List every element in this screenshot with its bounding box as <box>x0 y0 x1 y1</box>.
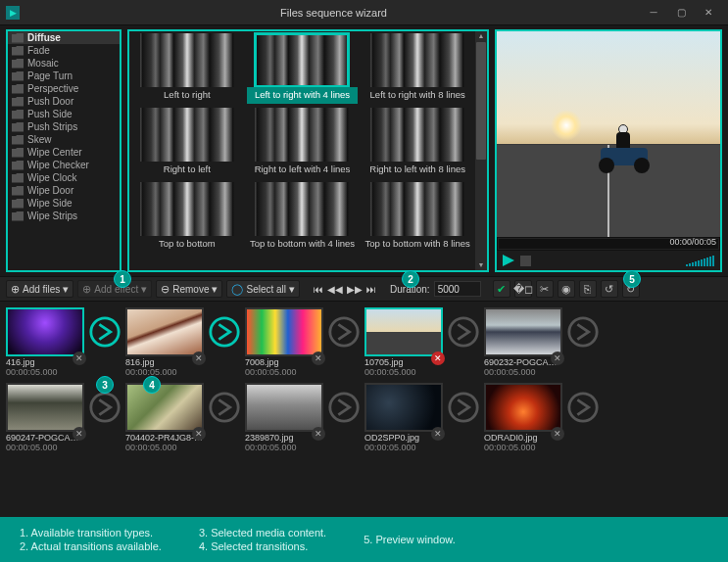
titlebar: ▶ Files sequence wizard ─ ▢ ✕ <box>0 0 728 25</box>
folder-icon <box>12 97 24 107</box>
transition-cell[interactable]: Top to bottom <box>131 182 243 253</box>
transition-arrow[interactable] <box>208 307 241 356</box>
crop-icon[interactable]: �◻ <box>514 280 532 298</box>
transition-type-item[interactable]: Wipe Center <box>8 146 120 159</box>
transition-arrow[interactable] <box>327 383 361 432</box>
svg-point-4 <box>569 318 597 346</box>
clip[interactable]: ODRADI0.jpg00:00:05.000✕ <box>484 383 562 452</box>
transition-arrow[interactable] <box>447 383 480 432</box>
remove-button[interactable]: ⊖Remove▾ <box>156 280 222 298</box>
transition-cell[interactable]: Top to bottom with 4 lines <box>247 182 359 253</box>
transition-type-item[interactable]: Wipe Side <box>8 197 120 210</box>
transition-type-item[interactable]: Diffuse <box>8 31 120 44</box>
color-icon[interactable]: ◉ <box>558 280 575 298</box>
transition-type-item[interactable]: Push Side <box>8 108 120 120</box>
folder-icon <box>12 211 24 221</box>
grid-scrollbar[interactable]: ▲ ▼ <box>475 31 487 270</box>
remove-clip-button[interactable]: ✕ <box>431 427 445 441</box>
folder-icon <box>12 186 24 196</box>
clip-thumb <box>6 383 84 432</box>
transition-type-item[interactable]: Push Door <box>8 95 120 108</box>
svg-point-8 <box>450 394 477 421</box>
remove-clip-button[interactable]: ✕ <box>73 351 86 365</box>
transition-cell[interactable]: Top to bottom with 8 lines <box>362 182 473 253</box>
transition-type-item[interactable]: Push Strips <box>8 120 120 133</box>
transition-type-item[interactable]: Wipe Checker <box>8 159 120 171</box>
transition-label: Left to right with 8 lines <box>362 87 473 104</box>
transition-cell[interactable]: Right to left with 8 lines <box>362 108 473 178</box>
app-icon: ▶ <box>6 6 20 20</box>
folder-icon <box>12 110 24 119</box>
clip[interactable]: 704402-PR4JG8-10.jpg00:00:05.000✕ <box>125 383 204 452</box>
stop-button[interactable] <box>520 256 531 266</box>
callout-5: 5 <box>623 270 641 288</box>
transition-arrow[interactable] <box>566 383 600 432</box>
preview-timebar[interactable]: 00:00/00:05 <box>497 237 720 251</box>
check-icon[interactable]: ✔ <box>493 280 510 298</box>
transition-cell[interactable]: Right to left <box>131 108 243 178</box>
transition-type-item[interactable]: Page Turn <box>8 70 120 82</box>
remove-clip-button[interactable]: ✕ <box>551 351 564 365</box>
transition-cell[interactable]: Right to left with 4 lines <box>247 108 359 178</box>
cut-icon[interactable]: ✂ <box>536 280 554 298</box>
transition-type-item[interactable]: Wipe Clock <box>8 171 120 184</box>
transition-type-item[interactable]: Perspective <box>8 82 120 95</box>
remove-clip-button[interactable]: ✕ <box>312 351 325 365</box>
maximize-button[interactable]: ▢ <box>667 4 695 22</box>
volume-indicator[interactable] <box>686 255 714 266</box>
transition-arrow[interactable] <box>566 307 600 356</box>
remove-clip-button[interactable]: ✕ <box>192 351 206 365</box>
next-button[interactable]: ▶▶ <box>347 284 363 295</box>
remove-clip-button[interactable]: ✕ <box>312 427 325 441</box>
transition-thumb <box>255 108 349 162</box>
clip[interactable]: 690232-POGCAS-665.jpg00:00:05.000✕ <box>484 307 562 377</box>
clip[interactable]: 2389870.jpg00:00:05.000✕ <box>245 383 323 452</box>
transition-type-item[interactable]: Mosaic <box>8 57 120 70</box>
transition-arrow[interactable] <box>88 307 121 356</box>
legend-3: 3. Selected media content. <box>199 527 326 539</box>
transition-thumb <box>255 33 349 87</box>
remove-clip-button[interactable]: ✕ <box>431 351 445 365</box>
transition-arrow[interactable] <box>447 307 480 356</box>
prev-button[interactable]: ◀◀ <box>327 284 343 295</box>
minimize-button[interactable]: ─ <box>640 4 667 22</box>
clip-thumb <box>484 383 562 432</box>
clip-time: 00:00:05.000 <box>364 367 443 377</box>
duration-input[interactable] <box>434 281 481 297</box>
clip[interactable]: OD2SPP0.jpg00:00:05.000✕ <box>364 383 443 452</box>
toolbar: ⊕Add files▾ ⊕Add effect▾ ⊖Remove▾ ◯Selec… <box>0 276 728 302</box>
clip[interactable]: 10705.jpg00:00:05.000✕ <box>364 307 443 377</box>
transition-cell[interactable]: Left to right <box>131 33 243 104</box>
add-files-button[interactable]: ⊕Add files▾ <box>6 280 73 298</box>
clip[interactable]: 690247-POGCAS-665.jpg00:00:05.000✕ <box>6 383 84 452</box>
transition-type-item[interactable]: Wipe Strips <box>8 210 120 222</box>
copy-icon[interactable]: ⎘ <box>579 280 597 298</box>
transition-arrow[interactable] <box>208 383 241 432</box>
first-button[interactable]: ⏮ <box>314 284 323 295</box>
preview-panel: 00:00/00:05 <box>495 29 722 272</box>
clip[interactable]: 416.jpg00:00:05.000✕ <box>6 307 84 377</box>
play-button[interactable] <box>503 255 514 266</box>
svg-point-7 <box>330 394 358 421</box>
transition-type-item[interactable]: Wipe Door <box>8 184 120 197</box>
close-button[interactable]: ✕ <box>695 4 722 22</box>
legend-4: 4. Selected transitions. <box>199 540 326 552</box>
transition-arrow[interactable] <box>327 307 361 356</box>
clip[interactable]: 7008.jpg00:00:05.000✕ <box>245 307 323 377</box>
remove-clip-button[interactable]: ✕ <box>551 427 564 441</box>
clip-thumb <box>125 383 204 432</box>
transition-type-item[interactable]: Skew <box>8 133 120 146</box>
folder-icon <box>12 199 24 209</box>
transition-cell[interactable]: Left to right with 8 lines <box>362 33 473 104</box>
select-all-button[interactable]: ◯Select all▾ <box>226 280 300 298</box>
svg-point-0 <box>91 318 119 346</box>
folder-icon <box>12 71 24 81</box>
clip[interactable]: 816.jpg00:00:05.000✕ <box>125 307 204 377</box>
remove-clip-button[interactable]: ✕ <box>192 427 206 441</box>
transition-cell[interactable]: Left to right with 4 lines <box>247 33 359 104</box>
transition-type-item[interactable]: Fade <box>8 44 120 57</box>
rotate-left-icon[interactable]: ↺ <box>601 280 618 298</box>
transition-grid-panel: Left to rightLeft to right with 4 linesL… <box>127 29 489 272</box>
last-button[interactable]: ⏭ <box>366 284 376 295</box>
remove-clip-button[interactable]: ✕ <box>73 427 86 441</box>
